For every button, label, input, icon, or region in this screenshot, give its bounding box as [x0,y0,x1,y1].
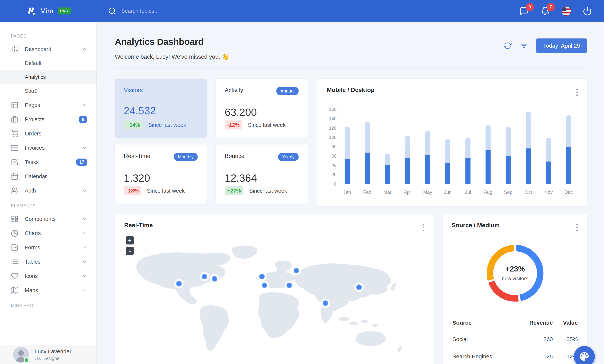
source-table-row[interactable]: Social 260 +35% [452,331,579,348]
svg-text:Jun: Jun [444,189,452,195]
donut-center-label: +23% new visitors [483,241,548,306]
chevron-down-icon [82,259,88,264]
map-marker-los-angeles[interactable] [176,281,182,287]
source-table-row[interactable]: Search Engines 125 -12% [452,348,579,364]
map-card-title: Real-Time [124,222,424,229]
map-marker-madrid[interactable] [262,283,267,288]
map-marker-new-york[interactable] [212,276,217,282]
map-marker-delhi[interactable] [323,301,328,306]
sidebar-item-forms[interactable]: Forms [0,240,96,255]
notifications-button[interactable]: 7 [541,6,550,16]
source-menu-button[interactable] [575,223,579,232]
source-table-header: Source [452,316,515,331]
logout-button[interactable] [583,6,592,16]
chart-title: Mobile / Desktop [327,87,578,93]
shopping-cart-icon [11,130,18,137]
sidebar-subitem-label: SaaS [25,88,38,94]
sidebar-item-label: Pages [25,102,82,108]
svg-text:Oct: Oct [525,189,532,195]
avatar [13,347,29,363]
messages-button[interactable]: 3 [520,6,529,16]
navbar-actions: 3 7 [520,6,604,16]
sidebar-item-tables[interactable]: Tables [0,255,96,269]
sidebar-subitem-default[interactable]: Default [0,56,96,70]
map-zoom-out-button[interactable]: - [126,247,134,255]
sidebar-item-projects[interactable]: Projects 8 [0,112,96,126]
sidebar-item-label: Orders [25,131,88,137]
sidebar-item-maps[interactable]: Maps [0,283,96,297]
stat-card-real-time: Real-Time Monthly 1.320 -18% Since last … [115,144,207,204]
navbar-search [108,7,520,15]
revenue-cell: 125 [515,348,554,364]
filter-icon[interactable] [520,42,528,50]
new-visitors-label: new visitors [502,276,528,282]
sidebar-section-label: PAGES [0,28,96,42]
map-marker-beijing[interactable] [356,284,362,290]
svg-text:Feb: Feb [363,189,371,195]
map-marker-chicago[interactable] [202,274,207,279]
stat-delta-badge: -12% [225,120,242,129]
sidebar-item-tasks[interactable]: Tasks 17 [0,155,96,169]
grid-icon [11,215,18,223]
map-zoom-controls: + - [126,236,134,255]
svg-text:40: 40 [331,163,337,168]
brand-pro-badge: PRO [58,8,71,14]
map-marker-london[interactable] [259,274,265,279]
stat-period-badge: Monthly [174,153,198,161]
sidebar-count-badge: 8 [79,116,88,123]
source-table-header: Revenue [515,316,554,331]
refresh-icon[interactable] [504,42,512,50]
svg-text:Jul: Jul [465,189,471,195]
mobile-desktop-chart-card: Mobile / Desktop 020406080100120140160Ja… [317,79,587,206]
svg-text:140: 140 [329,116,337,121]
new-visitors-percent: +23% [505,265,525,273]
sidebar-item-calendar[interactable]: Calendar [0,169,96,184]
top-navbar: Mira PRO 3 7 [0,0,604,22]
map-menu-button[interactable] [422,223,426,232]
svg-text:100: 100 [329,135,337,140]
stat-delta-badge: +27% [225,186,243,195]
svg-text:20: 20 [331,172,337,177]
sidebar-item-charts[interactable]: Charts [0,226,96,240]
source-card-title: Source / Medium [452,222,579,229]
svg-text:0: 0 [334,181,337,187]
stat-period-badge: Yearly [278,153,299,161]
sidebar-item-label: Projects [25,116,79,123]
chevron-down-icon [82,188,88,193]
brand[interactable]: Mira PRO [0,6,97,16]
sidebar-navigation: PAGES Dashboard Default Analytics SaaS P… [0,22,96,345]
sidebar-subitem-saas[interactable]: SaaS [0,84,96,98]
sidebar-item-icons[interactable]: Icons [0,269,96,283]
palette-icon [579,351,590,362]
map-marker-moscow[interactable] [294,268,299,273]
source-table: SourceRevenueValue Social 260 +35% Searc… [452,316,579,364]
source-table-header: Value [554,316,579,331]
date-range-button[interactable]: Today: April 29 [536,38,587,53]
sidebar-item-pages[interactable]: Pages [0,98,96,112]
sidebar-item-label: Dashboard [25,46,82,52]
chevron-down-icon [82,145,88,151]
stat-period-badge: Annual [276,87,299,95]
map-marker-istanbul[interactable] [286,283,292,288]
sidebar-item-components[interactable]: Components [0,212,96,226]
sidebar-user-footer[interactable]: Lucy Lavender UX Designer [0,345,96,364]
chart-menu-button[interactable] [575,88,579,97]
search-input[interactable] [121,8,215,14]
sidebar-item-dashboard[interactable]: Dashboard [0,42,96,56]
stats-grid: Visitors 24.532 +14% Since last week Act… [115,79,308,206]
sliders-icon [11,45,18,53]
chevron-down-icon [82,216,88,222]
source-cell: Search Engines [452,348,515,364]
map-zoom-in-button[interactable]: + [126,236,134,244]
stat-title: Bounce [225,153,244,160]
check-square-icon [11,244,18,251]
sidebar-subitem-analytics[interactable]: Analytics [0,70,96,84]
sidebar-item-orders[interactable]: Orders [0,126,96,141]
language-selector[interactable] [562,6,571,16]
sidebar-item-invoices[interactable]: Invoices [0,141,96,155]
layout-icon [11,101,18,109]
sidebar-item-label: Calendar [25,173,88,180]
sidebar-item-auth[interactable]: Auth [0,184,96,198]
stat-card-activity: Activity Annual 63.200 -12% Since last w… [216,79,308,138]
revenue-cell: 260 [515,331,554,348]
